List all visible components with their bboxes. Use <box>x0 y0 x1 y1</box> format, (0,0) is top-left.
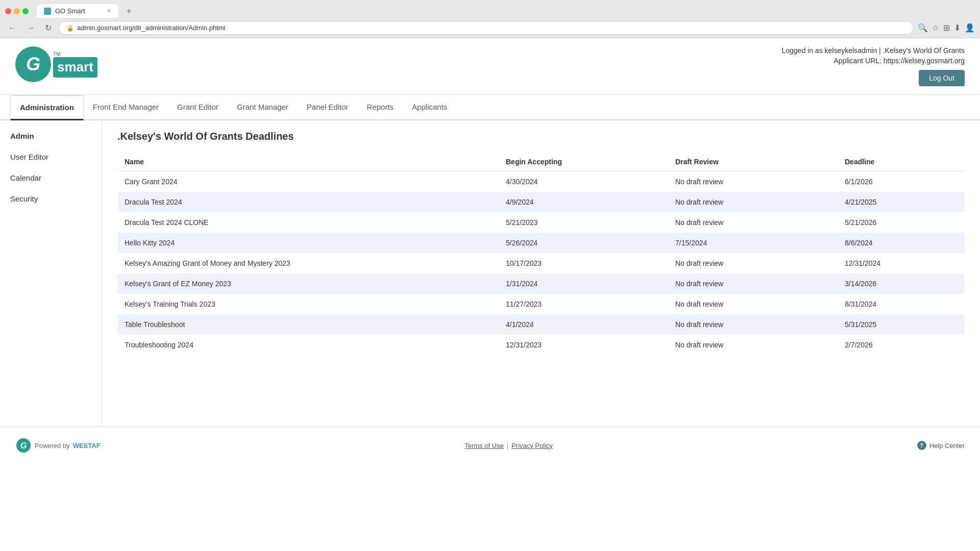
reload-button[interactable]: ↻ <box>42 22 55 34</box>
cell-begin-accepting: 5/21/2023 <box>499 212 668 233</box>
cell-draft-review: No draft review <box>668 273 838 294</box>
cell-deadline: 12/31/2024 <box>838 253 965 273</box>
logo: G TM smart <box>15 46 97 82</box>
help-center-label[interactable]: Help Center <box>929 442 965 449</box>
tab-reports[interactable]: Reports <box>358 95 403 120</box>
url-text: admin.gosmart.org/dir_administration/Adm… <box>77 24 225 32</box>
tab-grant-manager[interactable]: Grant Manager <box>228 95 298 120</box>
downloads-icon[interactable]: ⬇ <box>954 23 961 33</box>
url-bar[interactable]: 🔒 admin.gosmart.org/dir_administration/A… <box>59 21 914 35</box>
cell-name: Dracula Test 2024 CLONE <box>117 212 499 233</box>
footer-center: Terms of Use | Privacy Policy <box>464 442 553 449</box>
table-row[interactable]: Table Troubleshoot 4/1/2024 No draft rev… <box>117 314 965 335</box>
extensions-icon[interactable]: ⊞ <box>943 23 950 33</box>
cell-draft-review: No draft review <box>668 253 838 273</box>
tab-grant-editor[interactable]: Grant Editor <box>168 95 228 120</box>
cell-deadline: 8/31/2024 <box>838 294 965 314</box>
cell-deadline: 6/1/2026 <box>838 171 965 192</box>
table-row[interactable]: Cary Grant 2024 4/30/2024 No draft revie… <box>117 171 965 192</box>
cell-name: Table Troubleshoot <box>117 314 499 335</box>
cell-draft-review: No draft review <box>668 335 838 355</box>
sidebar-item-admin[interactable]: Admin <box>0 126 102 146</box>
cell-deadline: 4/21/2025 <box>838 192 965 212</box>
table-row[interactable]: Hello Kitty 2024 5/26/2024 7/15/2024 8/6… <box>117 233 965 253</box>
help-center-icon: ? <box>917 441 926 450</box>
cell-name: Troubleshooting 2024 <box>117 335 499 355</box>
footer-separator: | <box>507 442 508 449</box>
new-tab-button[interactable]: + <box>122 5 135 18</box>
table-row[interactable]: Kelsey's Training Trials 2023 11/27/2023… <box>117 294 965 314</box>
sidebar-item-calendar[interactable]: Calendar <box>0 167 102 188</box>
logged-in-text: Logged in as kelseykelsadmin | .Kelsey's… <box>781 46 965 55</box>
close-dot[interactable] <box>5 8 11 14</box>
cell-deadline: 8/6/2024 <box>838 233 965 253</box>
table-header-row: Name Begin Accepting Draft Review Deadli… <box>117 153 965 171</box>
cell-deadline: 3/14/2026 <box>838 273 965 294</box>
tab-applicants[interactable]: Applicants <box>403 95 456 120</box>
privacy-policy-link[interactable]: Privacy Policy <box>511 442 553 449</box>
tab-front-end-manager[interactable]: Front End Manager <box>84 95 168 120</box>
tab-panel-editor[interactable]: Panel Editor <box>298 95 358 120</box>
browser-tab[interactable]: GO Smart ✕ <box>37 4 118 18</box>
cell-begin-accepting: 5/26/2024 <box>499 233 668 253</box>
table-row[interactable]: Dracula Test 2024 CLONE 5/21/2023 No dra… <box>117 212 965 233</box>
cell-draft-review: No draft review <box>668 192 838 212</box>
browser-toolbar: ← → ↻ 🔒 admin.gosmart.org/dir_administra… <box>0 18 980 38</box>
cell-draft-review: No draft review <box>668 171 838 192</box>
cell-begin-accepting: 4/1/2024 <box>499 314 668 335</box>
lock-icon: 🔒 <box>66 24 74 32</box>
terms-of-use-link[interactable]: Terms of Use <box>464 442 504 449</box>
cell-draft-review: 7/15/2024 <box>668 233 838 253</box>
westaf-label[interactable]: WESTAF <box>73 442 101 449</box>
tab-favicon <box>44 8 51 15</box>
bookmark-icon[interactable]: ☆ <box>932 23 939 33</box>
minimize-dot[interactable] <box>14 8 20 14</box>
grants-table: Name Begin Accepting Draft Review Deadli… <box>117 153 965 355</box>
cell-begin-accepting: 4/30/2024 <box>499 171 668 192</box>
cell-deadline: 5/21/2026 <box>838 212 965 233</box>
col-header-name: Name <box>117 153 499 171</box>
tab-administration[interactable]: Administration <box>10 95 84 120</box>
cell-name: Hello Kitty 2024 <box>117 233 499 253</box>
cell-name: Kelsey's Amazing Grant of Money and Myst… <box>117 253 499 273</box>
footer-left: G Powered by WESTAF <box>15 437 101 454</box>
cell-name: Dracula Test 2024 <box>117 192 499 212</box>
forward-button[interactable]: → <box>23 22 38 34</box>
col-header-deadline: Deadline <box>838 153 965 171</box>
cell-draft-review: No draft review <box>668 212 838 233</box>
svg-text:G: G <box>20 441 27 450</box>
cell-begin-accepting: 1/31/2024 <box>499 273 668 294</box>
cell-deadline: 5/31/2025 <box>838 314 965 335</box>
cell-draft-review: No draft review <box>668 314 838 335</box>
sidebar: Admin User Editor Calendar Security <box>0 120 102 427</box>
cell-name: Cary Grant 2024 <box>117 171 499 192</box>
window-controls <box>5 8 29 14</box>
table-row[interactable]: Troubleshooting 2024 12/31/2023 No draft… <box>117 335 965 355</box>
content-area: .Kelsey's World Of Grants Deadlines Name… <box>102 120 980 427</box>
back-button[interactable]: ← <box>5 22 19 34</box>
nav-tabs: Administration Front End Manager Grant E… <box>0 95 980 120</box>
tab-close-icon[interactable]: ✕ <box>107 8 111 14</box>
footer: G Powered by WESTAF Terms of Use | Priva… <box>0 427 980 464</box>
table-row[interactable]: Dracula Test 2024 4/9/2024 No draft revi… <box>117 192 965 212</box>
footer-logo-icon: G <box>15 437 32 454</box>
browser-chrome: GO Smart ✕ + ← → ↻ 🔒 admin.gosmart.org/d… <box>0 0 980 38</box>
table-row[interactable]: Kelsey's Grant of EZ Money 2023 1/31/202… <box>117 273 965 294</box>
maximize-dot[interactable] <box>22 8 29 14</box>
logo-circle: G <box>15 46 51 82</box>
cell-name: Kelsey's Training Trials 2023 <box>117 294 499 314</box>
applicant-url: Applicant URL: https://kelsey.gosmart.or… <box>781 57 965 65</box>
sidebar-item-security[interactable]: Security <box>0 188 102 209</box>
logout-button[interactable]: Log Out <box>919 70 965 86</box>
cell-begin-accepting: 4/9/2024 <box>499 192 668 212</box>
zoom-icon[interactable]: 🔍 <box>918 23 928 33</box>
logo-g-letter: G <box>26 54 40 75</box>
cell-deadline: 2/7/2026 <box>838 335 965 355</box>
sidebar-item-user-editor[interactable]: User Editor <box>0 146 102 167</box>
footer-right[interactable]: ? Help Center <box>917 441 965 450</box>
profile-icon[interactable]: 👤 <box>965 23 975 33</box>
table-row[interactable]: Kelsey's Amazing Grant of Money and Myst… <box>117 253 965 273</box>
col-header-begin: Begin Accepting <box>499 153 668 171</box>
page-title: .Kelsey's World Of Grants Deadlines <box>117 131 965 142</box>
cell-begin-accepting: 12/31/2023 <box>499 335 668 355</box>
